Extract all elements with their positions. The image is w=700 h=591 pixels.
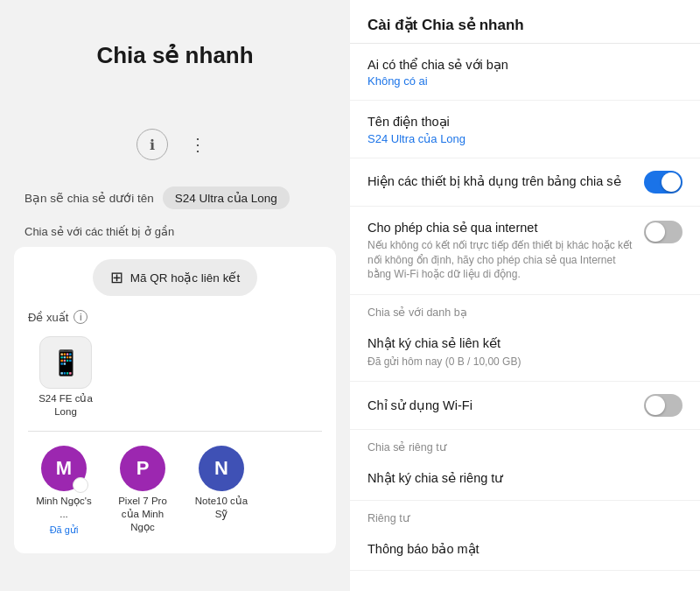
- device-item[interactable]: 📱 S24 FE của Long: [35, 336, 96, 419]
- settings-item-security-notification[interactable]: Thông báo bảo mật: [350, 528, 700, 571]
- device-phone-icon: 📱: [51, 348, 81, 377]
- contact-name-2: Note10 của Sỹ: [189, 495, 254, 521]
- settings-item-content-wifi-only: Chỉ sử dụng Wi-Fi: [368, 397, 644, 414]
- settings-item-content-share-log: Nhật ký chia sẻ liên kết Đã gửi hôm nay …: [368, 334, 682, 369]
- settings-item-share-log[interactable]: Nhật ký chia sẻ liên kết Đã gửi hôm nay …: [350, 322, 700, 382]
- contact-initial-2: N: [214, 457, 228, 480]
- settings-title-who-share: Ai có thể chia sẻ với bạn: [368, 56, 682, 74]
- settings-item-show-devices[interactable]: Hiện các thiết bị khả dụng trên bảng chi…: [350, 158, 700, 207]
- right-panel: Cài đặt Chia sẻ nhanh Ai có thể chia sẻ …: [350, 0, 700, 591]
- settings-list: Ai có thể chia sẻ với bạn Không có ai Tê…: [350, 44, 700, 571]
- toggle-show-devices[interactable]: [644, 171, 682, 193]
- toggle-allow-internet[interactable]: [644, 221, 682, 243]
- settings-sub-allow-internet: Nếu không có kết nối trực tiếp đến thiết…: [368, 238, 634, 282]
- more-options-button[interactable]: ⋮: [182, 130, 214, 158]
- settings-item-phone-name[interactable]: Tên điện thoại S24 Ultra của Long: [350, 101, 700, 158]
- settings-title-security-notification: Thông báo bảo mật: [368, 540, 682, 558]
- page-title: Chia sẻ nhanh: [0, 0, 350, 122]
- contact-initial-1: P: [136, 457, 150, 480]
- contact-avatar-1: P: [120, 446, 165, 491]
- settings-item-content-phone-name: Tên điện thoại S24 Ultra của Long: [368, 113, 682, 144]
- device-name-label: S24 FE của Long: [35, 392, 96, 419]
- contact-initial-0: M: [56, 457, 72, 480]
- qr-button[interactable]: ⊞ Mã QR hoặc liên kết: [93, 259, 257, 296]
- section-contacts-label: Chia sẻ với danh bạ: [350, 295, 700, 322]
- action-icons-row: ℹ ⋮: [0, 122, 350, 178]
- contact-item-2[interactable]: N Note10 của Sỹ: [189, 446, 254, 521]
- toggle-knob-wifi-only: [646, 396, 665, 415]
- nearby-card: ⊞ Mã QR hoặc liên kết Đề xuất i 📱 S24 FE…: [14, 247, 336, 553]
- settings-title-share-log: Nhật ký chia sẻ liên kết: [368, 334, 682, 352]
- info-icon-button[interactable]: ℹ: [136, 129, 168, 160]
- settings-sub-share-log: Đã gửi hôm nay (0 B / 10,00 GB): [368, 355, 682, 369]
- suggest-label-row: Đề xuất i: [14, 303, 336, 327]
- settings-title-wifi-only: Chỉ sử dụng Wi-Fi: [368, 397, 644, 414]
- settings-item-who-share[interactable]: Ai có thể chia sẻ với bạn Không có ai: [350, 44, 700, 101]
- contact-sent-0: Đã gửi: [50, 524, 79, 536]
- toggle-knob-allow-internet: [646, 222, 665, 242]
- toggle-knob-show-devices: [662, 172, 681, 192]
- settings-item-content-show-devices: Hiện các thiết bị khả dụng trên bảng chi…: [368, 172, 644, 190]
- nearby-label: Chia sẻ với các thiết bị ở gần: [0, 218, 350, 242]
- contacts-row: M 🖥 Minh Ngọc's ... Đã gửi P Pixel 7 Pro…: [14, 435, 336, 548]
- settings-item-content-security-notification: Thông báo bảo mật: [368, 540, 682, 558]
- info-icon: ℹ: [150, 137, 155, 153]
- settings-header: Cài đặt Chia sẻ nhanh: [350, 0, 700, 44]
- settings-item-content-who-share: Ai có thể chia sẻ với bạn Không có ai: [368, 56, 682, 88]
- settings-item-content-allow-internet: Cho phép chia sẻ qua internet Nếu không …: [368, 219, 634, 283]
- device-icon: 📱: [39, 336, 92, 389]
- settings-title-show-devices: Hiện các thiết bị khả dụng trên bảng chi…: [368, 172, 644, 190]
- contact-item-1[interactable]: P Pixel 7 Pro của Minh Ngọc: [110, 446, 175, 534]
- settings-item-allow-internet[interactable]: Cho phép chia sẻ qua internet Nếu không …: [350, 207, 700, 296]
- suggest-info-icon[interactable]: i: [74, 310, 88, 324]
- contact-badge-0: 🖥: [73, 477, 88, 493]
- contact-name-1: Pixel 7 Pro của Minh Ngọc: [110, 495, 175, 534]
- qr-label: Mã QR hoặc liên kết: [130, 271, 240, 285]
- settings-item-content-private-log: Nhật ký chia sẻ riêng tư: [368, 469, 682, 487]
- contact-name-0: Minh Ngọc's ...: [32, 495, 96, 521]
- section-security-label: Riêng tư: [350, 501, 700, 528]
- contact-avatar-0: M 🖥: [41, 446, 87, 491]
- name-label: Bạn sẽ chia sẻ dưới tên: [24, 191, 154, 205]
- settings-sub-who-share: Không có ai: [368, 74, 682, 88]
- toggle-wifi-only[interactable]: [644, 394, 682, 417]
- divider: [28, 431, 322, 432]
- settings-sub-phone-name: S24 Ultra của Long: [368, 132, 682, 145]
- contact-avatar-2: N: [199, 446, 244, 491]
- suggest-text: Đề xuất: [28, 311, 68, 324]
- settings-item-wifi-only[interactable]: Chỉ sử dụng Wi-Fi: [350, 382, 700, 430]
- settings-title-allow-internet: Cho phép chia sẻ qua internet: [368, 219, 634, 236]
- device-name-row: Bạn sẽ chia sẻ dưới tên S24 Ultra của Lo…: [0, 178, 350, 218]
- qr-icon: ⊞: [110, 268, 123, 287]
- settings-title-private-log: Nhật ký chia sẻ riêng tư: [368, 469, 682, 487]
- settings-title-phone-name: Tên điện thoại: [368, 113, 682, 130]
- contact-item-0[interactable]: M 🖥 Minh Ngọc's ... Đã gửi: [32, 446, 96, 536]
- section-private-label: Chia sẻ riêng tư: [350, 430, 700, 457]
- device-name-chip[interactable]: S24 Ultra của Long: [163, 186, 290, 209]
- left-panel: Chia sẻ nhanh ℹ ⋮ Bạn sẽ chia sẻ dưới tê…: [0, 0, 350, 591]
- nearby-devices-row: 📱 S24 FE của Long: [14, 327, 336, 427]
- settings-item-private-log[interactable]: Nhật ký chia sẻ riêng tư: [350, 457, 700, 500]
